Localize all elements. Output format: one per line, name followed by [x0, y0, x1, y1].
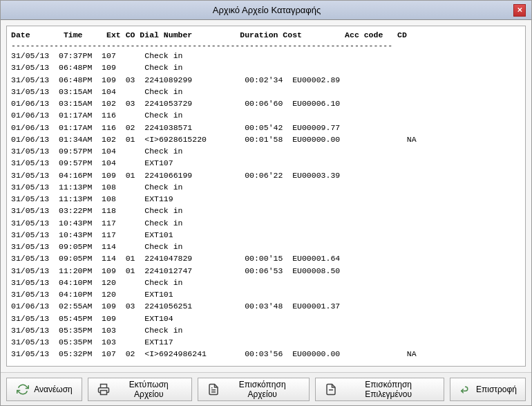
- table-row: 31/05/13 04:16PM 109 01 2241066199 00:06…: [11, 169, 521, 181]
- preview-file-icon: [207, 382, 220, 396]
- print-icon: [97, 382, 111, 396]
- print-button[interactable]: Εκτύπωση Αρχείου: [88, 378, 192, 401]
- table-row: 31/05/13 05:32PM 107 02 <I>6924986241 00…: [11, 348, 521, 360]
- table-row: 31/05/13 11:13PM 108 EXT119: [11, 193, 521, 205]
- table-row: 31/05/13 11:20PM 109 01 2241012747 00:06…: [11, 265, 521, 277]
- table-row: 31/05/13 10:43PM 117 EXT101: [11, 229, 521, 241]
- table-row: 31/05/13 10:43PM 117 Check in: [11, 217, 521, 229]
- table-row: 01/06/13 02:55AM 109 03 2241056251 00:03…: [11, 300, 521, 312]
- refresh-button[interactable]: Ανανέωση: [6, 378, 82, 401]
- table-row: 31/05/13 05:35PM 103 Check in: [11, 324, 521, 336]
- return-label: Επιστροφή: [476, 385, 517, 394]
- title-controls: ✕: [513, 4, 526, 17]
- preview-selected-label: Επισκόπηση Επιλεγμένου: [341, 380, 435, 399]
- table-row: 31/05/13 09:05PM 114 01 2241047829 00:00…: [11, 252, 521, 264]
- table-row: 31/05/13 09:05PM 114 Check in: [11, 241, 521, 252]
- table-row: 01/06/13 03:15AM 102 03 2241053729 00:06…: [11, 98, 521, 109]
- table-row: 01/06/13 01:34AM 102 01 <I>6928615220 00…: [11, 133, 521, 145]
- table-separator: ----------------------------------------…: [11, 41, 521, 50]
- table-row: 31/05/13 06:48PM 109 03 2241089299 00:02…: [11, 74, 521, 86]
- main-window: Αρχικό Αρχείο Καταγραφής ✕ Date Time Ext…: [0, 0, 532, 406]
- return-icon: [459, 382, 472, 396]
- table-row: 31/05/13 11:13PM 108 Check in: [11, 181, 521, 193]
- bottom-toolbar: ΑνανέωσηΕκτύπωση ΑρχείουΕπισκόπηση Αρχεί…: [1, 372, 531, 405]
- svg-rect-0: [100, 390, 106, 394]
- table-header: Date Time Ext CO Dial Number Duration Co…: [11, 29, 521, 41]
- table-row: 31/05/13 07:37PM 107 Check in: [11, 50, 521, 62]
- preview-file-label: Επισκόπηση Αρχείου: [225, 380, 301, 399]
- table-row: 31/05/13 03:15AM 104 Check in: [11, 86, 521, 98]
- table-row: 31/05/13 03:22PM 118 Check in: [11, 205, 521, 216]
- window-title: Αρχικό Αρχείο Καταγραφής: [20, 5, 513, 15]
- table-row: 01/06/13 01:17AM 116 Check in: [11, 109, 521, 121]
- table-row: 31/05/13 06:48PM 109 Check in: [11, 62, 521, 73]
- table-row: 31/05/13 04:10PM 120 Check in: [11, 277, 521, 288]
- table-row: 31/05/13 09:57PM 104 Check in: [11, 145, 521, 157]
- return-button[interactable]: Επιστροφή: [450, 378, 526, 401]
- table-row: 31/05/13 05:45PM 109 EXT104: [11, 313, 521, 324]
- log-table[interactable]: Date Time Ext CO Dial Number Duration Co…: [6, 26, 526, 367]
- preview-file-button[interactable]: Επισκόπηση Αρχείου: [198, 378, 310, 401]
- close-button[interactable]: ✕: [513, 4, 526, 17]
- table-row: 31/05/13 04:10PM 120 EXT101: [11, 288, 521, 300]
- refresh-icon: [16, 382, 30, 396]
- preview-selected-button[interactable]: Επισκόπηση Επιλεγμένου: [315, 378, 444, 401]
- table-row: 01/06/13 01:17AM 116 02 2241038571 00:05…: [11, 122, 521, 133]
- preview-selected-icon: [324, 382, 338, 396]
- table-row: 31/05/13 09:57PM 104 EXT107: [11, 157, 521, 169]
- print-label: Εκτύπωση Αρχείου: [115, 380, 184, 399]
- table-row: 31/05/13 05:35PM 103 EXT117: [11, 336, 521, 348]
- refresh-label: Ανανέωση: [34, 385, 73, 394]
- content-area: Date Time Ext CO Dial Number Duration Co…: [1, 20, 531, 372]
- title-bar: Αρχικό Αρχείο Καταγραφής ✕: [1, 1, 531, 20]
